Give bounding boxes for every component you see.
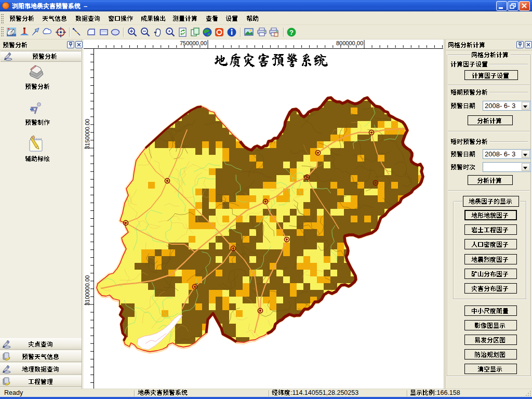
svg-text:?: ? [289,29,294,36]
